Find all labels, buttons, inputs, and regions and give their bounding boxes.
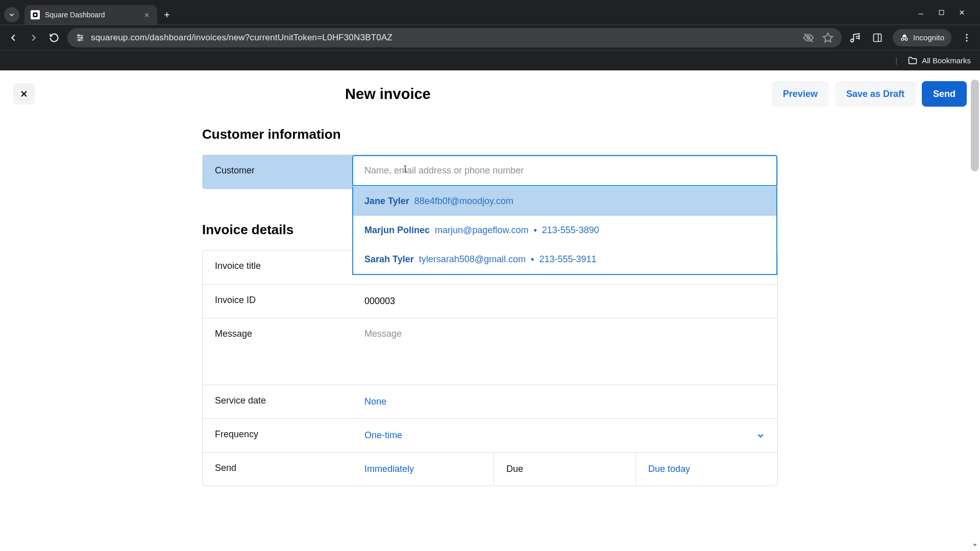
frequency-row: Frequency One-time [203,418,777,452]
send-due-row: Send Immediately Due Due today [203,452,777,486]
customer-field-label: Customer [203,155,352,189]
page-header: New invoice Preview Save as Draft Send [0,70,980,117]
frequency-label: Frequency [203,419,352,452]
reload-icon[interactable] [47,31,61,45]
incognito-chip[interactable]: Incognito [893,29,951,46]
svg-point-24 [901,38,904,40]
media-control-icon[interactable] [848,31,862,45]
all-bookmarks-button[interactable]: All Bookmarks [908,56,971,66]
send-value-cell[interactable]: Immediately [352,454,494,485]
bullet-icon: • [533,225,536,236]
address-bar: squareup.com/dashboard/invoices/new?curr… [0,24,980,50]
suggestion-email: tylersarah508@gmail.com [419,254,526,265]
suggestion-email: marjun@pageflow.com [435,225,528,236]
customer-input-wrapper[interactable] [352,155,777,186]
close-window-icon[interactable] [957,7,967,17]
customer-field-value: Jane Tyler 88e4fb0f@moodjoy.com Marjun P… [352,155,777,189]
tab-title: Square Dashboard [45,11,137,19]
svg-rect-1 [34,14,36,16]
due-value-cell[interactable]: Due today [635,454,777,485]
bullet-icon: • [531,254,534,265]
suggestion-item[interactable]: Marjun Polinec marjun@pageflow.com • 213… [353,216,776,245]
customer-input[interactable] [364,165,765,176]
invoice-id-text: 000003 [364,296,395,307]
svg-point-29 [966,40,967,41]
header-actions: Preview Save as Draft Send [772,81,967,107]
suggestion-phone: 213-555-3890 [542,225,599,236]
frequency-text: One-time [364,430,402,441]
minimize-icon[interactable] [916,7,926,17]
page-title: New invoice [345,86,431,103]
square-favicon [31,10,40,19]
site-settings-icon[interactable] [76,33,85,42]
message-input[interactable] [364,329,765,339]
frequency-value[interactable]: One-time [352,419,777,452]
eye-off-icon[interactable] [803,32,814,43]
incognito-icon [900,33,909,42]
suggestion-phone: 213-555-3911 [539,254,596,265]
form-content: Customer information Customer Jane Tyler… [202,127,778,486]
preview-button[interactable]: Preview [772,81,829,107]
browser-chrome: Square Dashboard [0,0,980,70]
incognito-label: Incognito [913,33,944,42]
invoice-title-label: Invoice title [203,251,352,284]
invoice-id-label: Invoice ID [203,285,352,318]
svg-point-15 [79,39,80,41]
customer-row: Customer Jane Tyler 88e4fb0f@moodjoy.com [203,155,777,189]
svg-marker-30 [973,544,977,546]
send-due-cells: Immediately Due Due today [352,453,777,486]
back-icon[interactable] [6,31,20,45]
due-label-cell: Due [494,454,635,485]
svg-rect-7 [939,10,944,15]
customer-field-table: Customer Jane Tyler 88e4fb0f@moodjoy.com [202,155,778,189]
save-draft-button[interactable]: Save as Draft [835,81,916,107]
url-bar[interactable]: squareup.com/dashboard/invoices/new?curr… [67,28,842,47]
maximize-icon[interactable] [936,7,946,17]
tab-bar: Square Dashboard [0,0,980,24]
suggestion-name: Marjun Polinec [364,225,430,236]
send-value-text: Immediately [364,464,414,474]
due-value-text: Due today [648,464,690,474]
suggestion-item[interactable]: Jane Tyler 88e4fb0f@moodjoy.com [353,187,776,216]
scrollbar-thumb[interactable] [971,80,979,171]
close-page-button[interactable] [13,83,35,105]
invoice-details-table: Invoice title Invoice ID 000003 Message … [202,250,778,486]
svg-point-19 [851,39,854,42]
due-label: Due [506,464,523,474]
page-viewport: New invoice Preview Save as Draft Send C… [0,70,980,551]
window-controls [916,0,976,24]
tab-close-icon[interactable] [142,10,151,19]
svg-point-25 [905,38,908,40]
svg-point-27 [966,34,967,35]
message-label: Message [203,318,352,385]
bookmark-star-icon[interactable] [822,32,834,43]
suggestion-name: Sarah Tyler [364,254,414,265]
invoice-id-value[interactable]: 000003 [352,285,777,318]
message-value[interactable] [352,318,777,385]
suggestion-name: Jane Tyler [364,196,409,207]
kebab-menu-icon[interactable] [960,31,974,45]
side-panel-icon[interactable] [870,31,885,45]
customer-suggestions-dropdown: Jane Tyler 88e4fb0f@moodjoy.com Marjun P… [352,187,777,275]
service-date-label: Service date [203,385,352,418]
svg-point-14 [81,37,83,38]
suggestion-item[interactable]: Sarah Tyler tylersarah508@gmail.com • 21… [353,245,776,274]
forward-icon[interactable] [27,31,41,45]
customer-info-heading: Customer information [202,127,778,142]
url-text: squareup.com/dashboard/invoices/new?curr… [91,33,393,43]
svg-rect-22 [874,34,881,41]
svg-point-13 [78,35,80,36]
all-bookmarks-label: All Bookmarks [922,56,971,65]
send-button[interactable]: Send [922,81,967,107]
browser-tab[interactable]: Square Dashboard [24,5,157,24]
folder-icon [908,56,918,66]
chevron-down-icon [756,431,765,440]
service-date-value[interactable]: None [352,385,777,418]
tab-search-button[interactable] [4,7,19,22]
service-date-row: Service date None [203,385,777,418]
svg-point-28 [966,37,967,38]
separator: | [895,56,897,65]
suggestion-email: 88e4fb0f@moodjoy.com [414,196,513,207]
scrollbar-down-arrow[interactable] [971,541,979,549]
new-tab-button[interactable] [159,7,175,22]
